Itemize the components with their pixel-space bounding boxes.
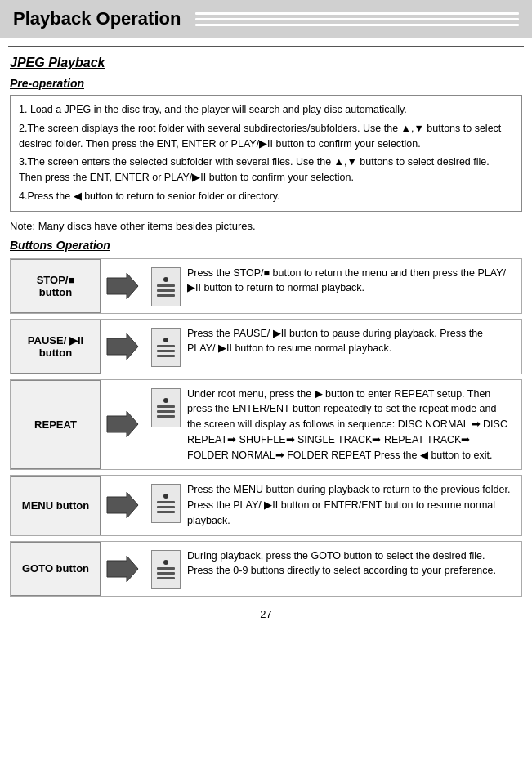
btn-desc-3: Press the MENU button during playback to… [143,476,521,535]
header-decoration [195,12,519,26]
page-number: 27 [0,608,532,620]
page-title: Playback Operation [13,8,181,29]
arrow-icon-0 [101,259,143,313]
svg-marker-0 [107,273,138,299]
svg-marker-4 [107,556,138,582]
device-icon-3 [151,484,181,523]
info-line-3: 3.The screen enters the selected subfold… [19,154,513,186]
arrow-icon-1 [101,320,143,374]
device-icon-1 [151,328,181,367]
desc-text-4: During playback, press the GOTO button t… [187,548,513,579]
svg-marker-3 [107,492,138,518]
desc-text-2: Under root menu, press the ▶ button to e… [187,387,513,463]
info-line-1: 1. Load a JPEG in the disc tray, and the… [19,102,513,118]
button-row-3: MENU button Press the MENU button during… [10,475,522,535]
btn-desc-0: Press the STOP/■ button to return the me… [143,259,521,313]
btn-desc-4: During playback, press the GOTO button t… [143,542,521,596]
btn-label-2: REPEAT [11,380,101,470]
header-line-3 [195,24,519,26]
button-row-0: STOP/■ button Press the STOP/■ button to… [10,258,522,314]
note-text: Note: Many discs have other items beside… [10,220,522,232]
header-divider [8,46,524,47]
btn-label-4: GOTO button [11,542,101,596]
pre-operation-title: Pre-operation [10,77,522,90]
info-line-4: 4.Press the ◀ button to return to senior… [19,189,513,204]
button-row-1: PAUSE/ ▶II button Press the PAUSE/ ▶II b… [10,319,522,374]
page-header: Playback Operation [0,0,532,38]
arrow-icon-2 [101,380,143,470]
section-title: JPEG Playback [10,56,522,70]
device-icon-2 [151,388,181,427]
svg-marker-2 [107,411,138,437]
button-row-2: REPEAT Under root menu, press the ▶ butt… [10,379,522,471]
device-icon-4 [151,550,181,589]
desc-text-0: Press the STOP/■ button to return the me… [187,266,513,297]
btn-label-3: MENU button [11,476,101,535]
info-line-2: 2.The screen displays the root folder wi… [19,121,513,152]
header-line-2 [195,18,519,20]
info-box: 1. Load a JPEG in the disc tray, and the… [10,95,522,212]
header-line-1 [195,12,519,15]
device-icon-0 [151,267,181,306]
btn-desc-1: Press the PAUSE/ ▶II button to pause dur… [143,320,521,374]
btn-label-0: STOP/■ button [11,259,101,313]
svg-marker-1 [107,333,138,360]
button-rows: STOP/■ button Press the STOP/■ button to… [0,258,532,597]
btn-desc-2: Under root menu, press the ▶ button to e… [143,380,521,470]
desc-text-1: Press the PAUSE/ ▶II button to pause dur… [187,326,513,357]
arrow-icon-4 [101,542,143,596]
desc-text-3: Press the MENU button during playback to… [187,482,513,528]
buttons-operation-title: Buttons Operation [10,239,522,252]
arrow-icon-3 [101,476,143,535]
btn-label-1: PAUSE/ ▶II button [11,320,101,374]
button-row-4: GOTO button During playback, press the G… [10,541,522,597]
